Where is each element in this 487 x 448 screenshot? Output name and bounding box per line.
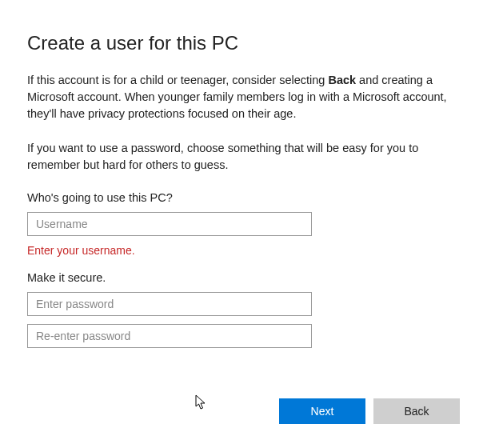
footer-buttons: Next Back	[279, 398, 460, 424]
para1-pre: If this account is for a child or teenag…	[27, 74, 328, 86]
username-input[interactable]	[27, 212, 312, 236]
back-button[interactable]: Back	[373, 398, 460, 424]
username-error: Enter your username.	[27, 244, 460, 257]
para1-bold: Back	[328, 74, 356, 86]
password-input[interactable]	[27, 292, 312, 316]
confirm-password-input[interactable]	[27, 324, 312, 348]
username-section-label: Who's going to use this PC?	[27, 191, 460, 204]
cursor-icon	[195, 394, 208, 413]
info-paragraph-1: If this account is for a child or teenag…	[27, 72, 460, 122]
next-button[interactable]: Next	[279, 398, 365, 424]
page-title: Create a user for this PC	[27, 32, 460, 54]
password-section-label: Make it secure.	[27, 271, 460, 284]
info-paragraph-2: If you want to use a password, choose so…	[27, 140, 460, 174]
